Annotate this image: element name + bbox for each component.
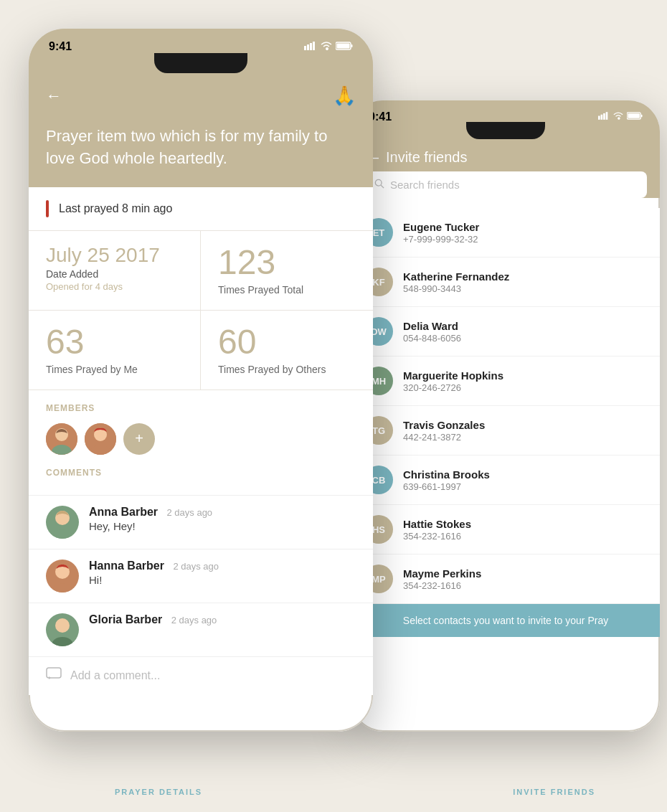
contact-phone-dw: 054-848-6056 [403, 333, 647, 344]
notch-1 [154, 53, 247, 73]
svg-rect-29 [641, 115, 643, 118]
search-icon [374, 179, 384, 191]
me-number: 63 [46, 325, 183, 359]
comment-name-2: Hanna Barber [89, 560, 164, 572]
add-comment-bar[interactable]: Add a comment... [29, 656, 373, 695]
contact-name-hs: Hattie Stokes [403, 518, 647, 530]
notch-2 [466, 122, 545, 139]
comment-item-2: Hanna Barber 2 days ago Hi! [29, 549, 373, 603]
contact-info-dw: Delia Ward 054-848-6056 [403, 320, 647, 344]
contact-name-kf: Katherine Fernandez [403, 270, 647, 283]
svg-rect-23 [47, 668, 61, 678]
date-sub-label: Opened for 4 days [46, 281, 183, 292]
phone-prayer-details: 9:41 ← 🙏 Prayer item two which is f [29, 29, 373, 732]
comment-time-3: 2 days ago [171, 615, 217, 625]
contact-info-et: Eugene Tucker +7-999-999-32-32 [403, 221, 647, 245]
total-label: Times Prayed Total [218, 284, 356, 296]
comment-name-1: Anna Barber [89, 506, 158, 518]
contact-item-kf[interactable]: KF Katherine Fernandez 548-990-3443 [351, 258, 660, 307]
contact-phone-mp: 354-232-1616 [403, 580, 647, 591]
member-avatar-1 [46, 423, 77, 455]
add-member-button[interactable]: + [123, 423, 155, 455]
contact-info-mh: Marguerite Hopkins 320-246-2726 [403, 369, 647, 393]
comment-name-3: Gloria Barber [89, 613, 162, 625]
total-number: 123 [218, 245, 356, 280]
contact-item-hs[interactable]: HS Hattie Stokes 354-232-1616 [351, 505, 660, 554]
svg-rect-30 [628, 113, 640, 118]
invite-footer-text: Select contacts you want to invite to yo… [403, 615, 608, 626]
comment-item-3: Gloria Barber 2 days ago [29, 603, 373, 656]
others-cell: 60 Times Prayed by Others [201, 311, 373, 390]
total-cell: 123 Times Prayed Total [201, 231, 373, 311]
others-label: Times Prayed by Others [218, 364, 356, 375]
svg-rect-25 [601, 115, 603, 120]
status-icons-2 [598, 112, 643, 122]
contact-phone-hs: 354-232-1616 [403, 531, 647, 542]
svg-line-32 [381, 185, 384, 188]
me-cell: 63 Times Prayed by Me [29, 311, 201, 390]
svg-rect-5 [351, 44, 353, 47]
contact-info-kf: Katherine Fernandez 548-990-3443 [403, 270, 647, 294]
content-area: Last prayed 8 min ago July 25 2017 Date … [29, 187, 373, 695]
invite-footer[interactable]: Select contacts you want to invite to yo… [351, 604, 660, 637]
comment-text-2: Hi! [89, 574, 356, 586]
svg-rect-27 [606, 112, 608, 120]
search-bar[interactable]: Search friends [364, 171, 647, 198]
pray-icon: 🙏 [333, 85, 356, 107]
wifi-icon-2 [613, 112, 623, 122]
comment-time-2: 2 days ago [173, 561, 219, 572]
contact-name-dw: Delia Ward [403, 320, 647, 332]
svg-rect-1 [307, 44, 309, 50]
svg-rect-24 [598, 116, 600, 120]
contact-info-mp: Mayme Perkins 354-232-1616 [403, 567, 647, 591]
stats-grid: July 25 2017 Date Added Opened for 4 day… [29, 231, 373, 390]
comments-label: COMMENTS [46, 468, 356, 478]
prayer-title: Prayer item two which is for my family t… [46, 126, 356, 170]
comment-avatar-1 [46, 506, 79, 539]
contact-item-cb[interactable]: CB Christina Brooks 639-661-1997 [351, 455, 660, 505]
contact-item-mh[interactable]: MH Marguerite Hopkins 320-246-2726 [351, 357, 660, 406]
comment-text-1: Hey, Hey! [89, 520, 356, 532]
prayer-details-label: PRAYER DETAILS [115, 785, 202, 798]
date-label: Date Added [46, 268, 183, 280]
contact-info-tg: Travis Gonzales 442-241-3872 [403, 419, 647, 443]
contact-name-et: Eugene Tucker [403, 221, 647, 233]
contact-item-mp[interactable]: MP Mayme Perkins 354-232-1616 [351, 554, 660, 604]
contact-phone-cb: 639-661-1997 [403, 481, 647, 492]
svg-rect-3 [313, 42, 315, 50]
wifi-icon [321, 42, 332, 52]
comments-section: COMMENTS Anna Barber 2 days ago [29, 463, 373, 695]
status-icons-1 [304, 42, 353, 52]
svg-rect-26 [603, 113, 605, 120]
contact-item-dw[interactable]: DW Delia Ward 054-848-6056 [351, 307, 660, 357]
comment-bubble-icon [46, 667, 62, 685]
contact-name-tg: Travis Gonzales [403, 419, 647, 431]
invite-title: Invite friends [386, 149, 467, 166]
invite-friends-label: INVITE FRIENDS [513, 785, 595, 798]
time-1: 9:41 [49, 40, 72, 53]
contact-name-mh: Marguerite Hopkins [403, 369, 647, 382]
contact-phone-et: +7-999-999-32-32 [403, 234, 647, 245]
me-label: Times Prayed by Me [46, 364, 183, 375]
members-label: MEMBERS [46, 403, 356, 413]
search-placeholder: Search friends [390, 179, 460, 191]
contact-phone-mh: 320-246-2726 [403, 382, 647, 393]
contact-phone-kf: 548-990-3443 [403, 283, 647, 294]
add-comment-placeholder[interactable]: Add a comment... [70, 669, 160, 682]
svg-rect-2 [310, 43, 312, 50]
battery-icon-2 [627, 112, 643, 122]
contact-name-cb: Christina Brooks [403, 468, 647, 481]
others-number: 60 [218, 325, 356, 359]
members-section: MEMBERS [29, 390, 373, 463]
contacts-list: ET Eugene Tucker +7-999-999-32-32 KF Kat… [351, 208, 660, 637]
last-prayed-bar: Last prayed 8 min ago [29, 187, 373, 231]
members-row: + [46, 423, 356, 455]
phone-invite-friends: 9:41 — Invite friends [351, 100, 660, 732]
comment-content-1: Anna Barber 2 days ago Hey, Hey! [89, 506, 356, 532]
signal-icon-2 [598, 112, 610, 122]
contact-item-tg[interactable]: TG Travis Gonzales 442-241-3872 [351, 406, 660, 455]
contact-phone-tg: 442-241-3872 [403, 432, 647, 443]
battery-icon [336, 42, 353, 52]
contact-item-et[interactable]: ET Eugene Tucker +7-999-999-32-32 [351, 208, 660, 258]
back-button[interactable]: ← [46, 87, 62, 105]
